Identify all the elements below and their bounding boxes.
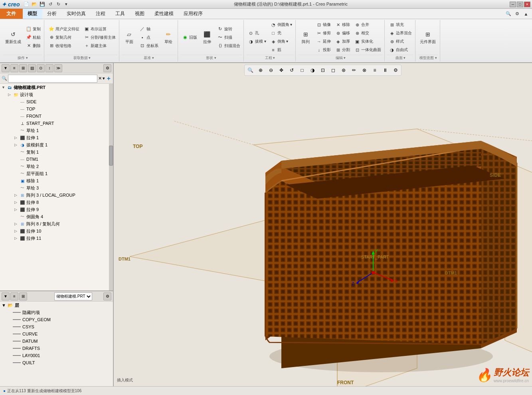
layer-item-datum[interactable]: DATUM <box>0 338 113 345</box>
vp-hidden-btn[interactable]: ⊛ <box>339 66 348 75</box>
menu-analysis[interactable]: 分析 <box>42 9 62 19</box>
intersect-btn[interactable]: ⊗ 相交 <box>352 29 383 37</box>
window-controls[interactable]: ─ □ ✕ <box>510 2 530 7</box>
tree-item-fillet4[interactable]: 〜 倒圆角 4 <box>0 213 113 220</box>
tree-item-remove1[interactable]: ▣ 移除 1 <box>0 177 113 184</box>
vp-rotate-btn[interactable]: ↺ <box>287 66 297 75</box>
layer-item-curve[interactable]: CURVE <box>0 330 113 338</box>
remove-btn[interactable]: ✕ 移除 <box>333 21 352 29</box>
unite-btn[interactable]: ⊡ 一体化曲面 <box>352 46 383 54</box>
menu-flexible[interactable]: 柔性建模 <box>150 9 179 19</box>
hole-btn[interactable]: ⊙ 孔 <box>246 29 268 37</box>
vp-zoom-fit-btn[interactable]: 🔍 <box>245 66 255 75</box>
save-btn[interactable]: 💾 <box>39 1 46 8</box>
tree-item-extrude9[interactable]: ▷ ⬛ 拉伸 9 <box>0 206 113 213</box>
tree-item-dtm1[interactable]: — DTM1 <box>0 156 113 163</box>
tree-more-btn[interactable]: ≫ <box>54 64 62 72</box>
component-interface-btn[interactable]: ⊞ 元件界面 <box>418 29 438 46</box>
menu-applications[interactable]: 应用程序 <box>179 9 208 19</box>
boundary-blend-btn[interactable]: ◈ 边界混合 <box>387 29 413 37</box>
tree-item-extrude1[interactable]: ▷ ⬛ 拉伸 1 <box>0 134 113 141</box>
shrink-wrap-btn[interactable]: ⊞ 收缩包络 <box>47 42 81 50</box>
menu-simulation[interactable]: 实时仿真 <box>62 9 91 19</box>
filter-clear-btn[interactable]: ✕ <box>98 76 102 81</box>
vp-section-btn[interactable]: ⊗ <box>360 66 369 75</box>
filter-input[interactable] <box>8 75 97 83</box>
thicken-btn[interactable]: ◈ 加厚 <box>333 38 352 45</box>
layer-settings-btn[interactable]: ⚙ <box>103 292 111 300</box>
offset-btn[interactable]: ⊛ 偏移 <box>333 29 352 37</box>
rib-btn[interactable]: ≡ 筋 <box>269 46 294 54</box>
filter-add-btn[interactable]: ＋ <box>106 75 111 82</box>
trim-btn[interactable]: ✂ 修剪 <box>314 29 332 37</box>
vp-edge-btn[interactable]: ✏ <box>349 66 359 75</box>
boolean-btn[interactable]: ▣ 布尔运算 <box>82 25 117 33</box>
round-btn[interactable]: ◔ 倒圆角 ▾ <box>269 21 294 29</box>
copy-btn[interactable]: 📋 复制 <box>24 25 42 33</box>
new-btn[interactable]: 📄 <box>23 1 30 8</box>
tree-item-top[interactable]: — TOP <box>0 105 113 113</box>
vp-no-hidden-btn[interactable]: ◻ <box>328 66 338 75</box>
vp-settings-btn[interactable]: ⚙ <box>391 66 400 75</box>
vp-wireframe-btn[interactable]: ⊡ <box>318 66 328 75</box>
tree-item-front[interactable]: — FRONT <box>0 113 113 120</box>
revolve-btn[interactable]: ↻ 旋转 <box>216 25 242 33</box>
tree-item-plane-group1[interactable]: 〜 层平面组 1 <box>0 170 113 177</box>
freeform-btn[interactable]: ◑ 自由式 <box>387 46 413 54</box>
tree-filter-btn[interactable]: ⊙ <box>37 64 45 72</box>
menu-model[interactable]: 模型 <box>23 9 42 19</box>
delete-btn[interactable]: ✕ 删除 <box>24 42 42 50</box>
tree-item-design[interactable]: ▷ 📁 设计项 <box>0 91 113 98</box>
settings-btn[interactable]: ⚙ <box>514 10 521 18</box>
new-body-btn[interactable]: ＋ 新建主体 <box>82 42 117 50</box>
viewport[interactable]: 🔍 ⊕ ⊖ ✥ ↺ □ ◑ ⊡ ◻ ⊛ ✏ ⊗ ≡ ⏸ ⚙ <box>114 63 532 386</box>
tree-item-copy1[interactable]: 〜 复制 1 <box>0 148 113 156</box>
menu-tools[interactable]: 工具 <box>111 9 130 19</box>
tree-item-extrude8[interactable]: ▷ ⬛ 拉伸 8 <box>0 199 113 206</box>
tree-scrollbar-thumb[interactable] <box>109 146 113 166</box>
layer-item-drafts[interactable]: DRAFTS <box>0 345 113 352</box>
project-btn[interactable]: ↓ 投影 <box>314 46 332 54</box>
layer-item-quilt[interactable]: QUILT <box>0 359 113 366</box>
mirror-btn[interactable]: ⊡ 镜像 <box>314 21 332 29</box>
array-btn[interactable]: ⊞ 阵列 <box>298 29 313 46</box>
copy-geom-btn[interactable]: ⊕ 复制几何 <box>47 34 81 41</box>
tree-table-btn[interactable]: ▤ <box>28 64 36 72</box>
tree-sort-btn[interactable]: ↕ <box>45 64 53 72</box>
search-btn[interactable]: 🔍 <box>505 10 512 18</box>
tree-item-extrude10[interactable]: ▷ ⬛ 拉伸 10 <box>0 227 113 235</box>
undo-btn[interactable]: ↺ <box>47 1 54 8</box>
draft-btn[interactable]: ◑ 拔模 ▾ <box>246 38 268 45</box>
maximize-btn[interactable]: □ <box>517 2 523 7</box>
user-feature-btn[interactable]: ⭐ 用户定义特征 <box>47 25 81 33</box>
sweep-btn[interactable]: 〜 扫描 <box>216 34 242 41</box>
tree-settings-btn[interactable]: ⚙ <box>103 64 111 72</box>
fill-btn[interactable]: ⊞ 填充 <box>387 21 413 29</box>
tree-item-start-part[interactable]: ⊥ START_PART <box>0 120 113 127</box>
paste-btn[interactable]: 📌 粘贴 <box>24 34 42 41</box>
tree-item-draft1[interactable]: ▷ ◑ 拔模斜度 1 <box>0 141 113 148</box>
more-btn[interactable]: ▾ <box>63 1 70 8</box>
legacy-btn[interactable]: ◉ 旧版 <box>180 34 199 41</box>
vp-more-btn[interactable]: ≡ <box>370 66 380 75</box>
tree-root[interactable]: ▼ 🗂 储物框建模.PRT <box>0 84 113 91</box>
tree-expand-btn[interactable]: ▼ <box>2 64 10 72</box>
point-btn[interactable]: • 点 <box>138 34 160 41</box>
open-btn[interactable]: 📂 <box>31 1 38 8</box>
tree-item-sketch3[interactable]: 〜 草绘 3 <box>0 184 113 192</box>
axis-btn[interactable]: ／ 轴 <box>138 25 160 33</box>
vp-pan-btn[interactable]: ✥ <box>277 66 286 75</box>
merge-btn[interactable]: ⊕ 合并 <box>352 21 383 29</box>
layer-item-hidden[interactable]: 隐藏约项 <box>0 309 113 316</box>
vp-shading-btn[interactable]: ◑ <box>308 66 317 75</box>
split-btn[interactable]: ✂ 分割/修剪主体 <box>82 34 117 41</box>
solidify-btn[interactable]: ▣ 实体化 <box>352 38 383 45</box>
tree-item-side[interactable]: — SIDE <box>0 98 113 105</box>
layer-header[interactable]: ▼ 📂 层 <box>0 302 113 309</box>
menu-file[interactable]: 文件 <box>0 9 23 19</box>
split2-btn[interactable]: ⊞ 分割 <box>333 46 352 54</box>
blend-btn[interactable]: ⟨⟩ 扫描混合 <box>216 42 242 50</box>
vp-zoom-in-btn[interactable]: ⊕ <box>256 66 265 75</box>
tree-item-sketch1[interactable]: 〜 草绘 1 <box>0 127 113 134</box>
tree-item-sketch2[interactable]: 〜 草绘 2 <box>0 163 113 170</box>
